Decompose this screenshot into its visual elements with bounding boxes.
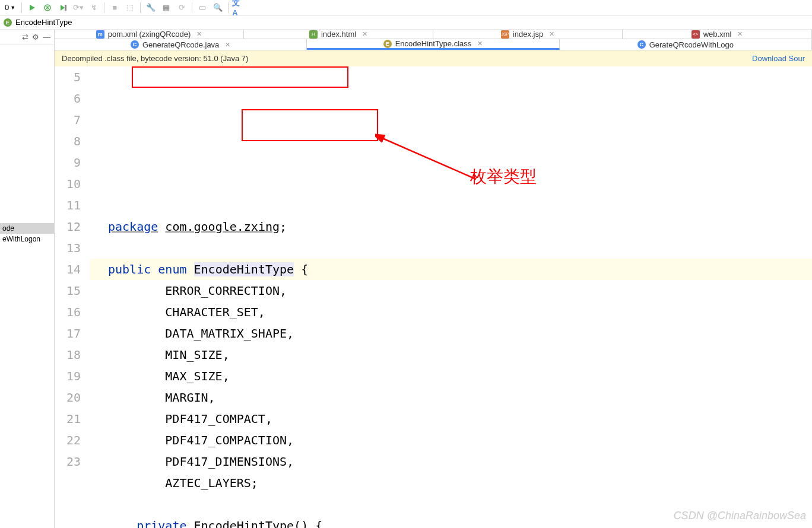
- annotation-box-package: [132, 66, 348, 88]
- avd-icon[interactable]: ▭: [196, 1, 209, 14]
- class-icon: C: [637, 40, 646, 49]
- stop-icon[interactable]: ■: [108, 1, 121, 14]
- sidebar-list: ode eWithLogon: [0, 223, 54, 528]
- code-line[interactable]: MAX_SIZE,: [90, 365, 812, 387]
- coverage-icon[interactable]: [56, 1, 69, 14]
- close-icon[interactable]: ✕: [225, 41, 230, 49]
- maven-icon: m: [96, 30, 104, 39]
- code-line[interactable]: PDF417_COMPACTION,: [90, 430, 812, 451]
- close-icon[interactable]: ✕: [737, 30, 743, 38]
- breadcrumb: E EncodeHintType: [0, 15, 812, 30]
- enum-file-icon: E: [383, 40, 392, 48]
- tab-gerateqrcodewithlogo[interactable]: CGerateQRcodeWithLogo: [560, 39, 812, 50]
- tab-index-jsp[interactable]: JSPindex.jsp✕: [433, 30, 623, 39]
- tab-generateqrcode[interactable]: CGenerateQRcode.java✕: [55, 39, 307, 50]
- code-line[interactable]: [90, 237, 812, 259]
- gear-icon[interactable]: ⚙: [32, 33, 39, 42]
- tabs-row-2: CGenerateQRcode.java✕ EEncodeHintType.cl…: [55, 39, 812, 50]
- build-icon[interactable]: ⬚: [123, 1, 137, 14]
- jsp-icon: JSP: [501, 30, 509, 39]
- class-icon: C: [131, 40, 139, 49]
- code-line[interactable]: MIN_SIZE,: [90, 344, 812, 365]
- xml-icon: <>: [692, 30, 700, 39]
- tab-web-xml[interactable]: <>web.xml✕: [623, 30, 812, 39]
- attach-icon[interactable]: ↯: [87, 1, 100, 14]
- annotation-box-typename: [242, 109, 378, 141]
- svg-line-2: [381, 138, 476, 179]
- run-config-dropdown[interactable]: 0 ▼: [2, 3, 18, 12]
- enum-icon: E: [4, 18, 12, 27]
- svg-rect-1: [65, 5, 66, 11]
- tab-encodehinttype[interactable]: EEncodeHintType.class✕: [307, 39, 559, 50]
- code-line[interactable]: MARGIN,: [90, 387, 812, 408]
- code-line[interactable]: DATA_MATRIX_SHAPE,: [90, 323, 812, 344]
- run-icon[interactable]: [26, 1, 39, 14]
- tab-index-html[interactable]: Hindex.html✕: [244, 30, 433, 39]
- close-icon[interactable]: ✕: [477, 40, 483, 47]
- html-icon: H: [309, 30, 318, 39]
- code-line[interactable]: ERROR_CORRECTION,: [90, 280, 812, 301]
- main-toolbar: 0 ▼ ⟳▾ ↯ ■ ⬚ 🔧 ▦ ⟳ ▭ 🔍 文A: [0, 0, 812, 15]
- decompiled-banner: Decompiled .class file, bytecode version…: [55, 50, 812, 66]
- code-line[interactable]: public enum EncodeHintType {: [90, 259, 812, 280]
- code-line[interactable]: CHARACTER_SET,: [90, 301, 812, 323]
- wrench-icon[interactable]: 🔧: [144, 1, 157, 14]
- minimize-icon[interactable]: —: [43, 33, 50, 42]
- code-line[interactable]: [90, 195, 812, 216]
- tabs-row-1: mpom.xml (zxingQRcode)✕ Hindex.html✕ JSP…: [55, 30, 812, 39]
- code-line[interactable]: package com.google.zxing;: [90, 216, 812, 237]
- sync-icon[interactable]: ⟳: [175, 1, 188, 14]
- profile-icon[interactable]: ⟳▾: [72, 1, 85, 14]
- gutter: 567891011121314151617181920212223: [55, 66, 90, 528]
- code-line[interactable]: AZTEC_LAYERS;: [90, 472, 812, 494]
- annotation-arrow: [375, 132, 482, 185]
- sidebar-tools: ⇄ ⚙ —: [0, 30, 54, 45]
- sidebar-item-ewithlogon[interactable]: eWithLogon: [0, 234, 54, 244]
- debug-icon[interactable]: [41, 1, 54, 14]
- sidebar: ⇄ ⚙ — ode eWithLogon: [0, 30, 55, 528]
- code-editor[interactable]: 567891011121314151617181920212223 枚举类型 p…: [55, 66, 812, 528]
- translate-icon[interactable]: 文A: [232, 1, 245, 14]
- collapse-icon[interactable]: ⇄: [22, 33, 28, 42]
- close-icon[interactable]: ✕: [196, 30, 202, 38]
- close-icon[interactable]: ✕: [549, 30, 554, 38]
- watermark: CSDN @ChinaRainbowSea: [674, 510, 806, 522]
- download-sources-link[interactable]: Download Sour: [752, 54, 805, 63]
- code-line[interactable]: PDF417_COMPACT,: [90, 408, 812, 430]
- code-content[interactable]: 枚举类型 package com.google.zxing;public enu…: [90, 66, 812, 528]
- code-line[interactable]: PDF417_DIMENSIONS,: [90, 451, 812, 472]
- search-icon[interactable]: 🔍: [211, 1, 224, 14]
- tab-pom[interactable]: mpom.xml (zxingQRcode)✕: [55, 30, 244, 39]
- close-icon[interactable]: ✕: [362, 30, 367, 38]
- editor-area: mpom.xml (zxingQRcode)✕ Hindex.html✕ JSP…: [55, 30, 812, 528]
- sidebar-item-ode[interactable]: ode: [0, 223, 54, 234]
- structure-icon[interactable]: ▦: [160, 1, 173, 14]
- breadcrumb-title: EncodeHintType: [15, 18, 72, 27]
- banner-message: Decompiled .class file, bytecode version…: [62, 54, 248, 63]
- annotation-label: 枚举类型: [470, 166, 537, 187]
